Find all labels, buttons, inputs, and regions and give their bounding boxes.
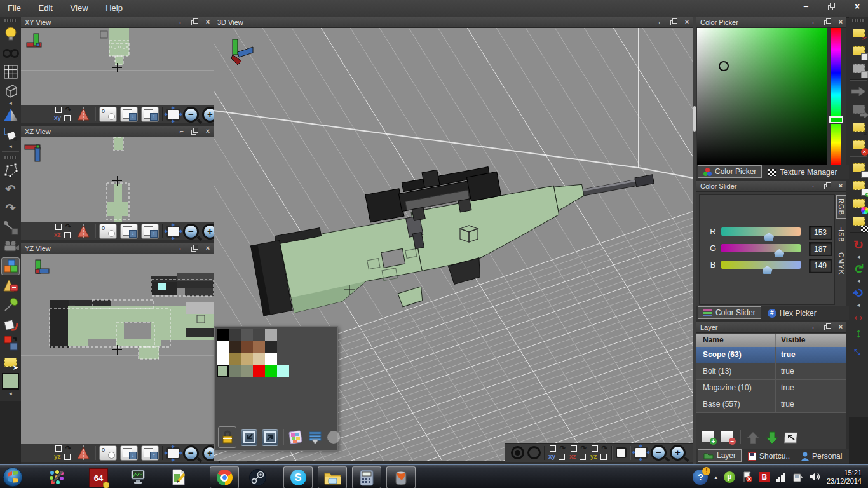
collapse-arrow[interactable]: ◂ (9, 100, 12, 105)
tray-expand-icon[interactable]: ▴ (714, 474, 717, 480)
palette-swatch[interactable] (217, 353, 229, 365)
palette-swatch[interactable] (277, 365, 289, 377)
palette-swatch[interactable] (253, 329, 265, 341)
restore-button[interactable] (828, 3, 835, 10)
tray-bitdefender-icon[interactable]: B (759, 472, 770, 482)
lighting-button[interactable] (2, 25, 19, 42)
taskbar-cheatengine-icon[interactable]: 64 (89, 468, 108, 487)
collapse-arrow[interactable]: ◂ (9, 391, 12, 396)
tab-hsb[interactable]: HSB (837, 224, 846, 245)
taskbar-steam-icon[interactable] (249, 469, 266, 485)
taskbar-paintnet-icon[interactable] (48, 469, 65, 485)
close-panel-icon[interactable]: × (837, 323, 844, 331)
layer-up-button[interactable]: ↑ (141, 107, 159, 122)
xy-swap-button[interactable]: ↷ xy (548, 445, 566, 461)
detach-panel-icon[interactable] (824, 182, 831, 189)
tray-network-icon[interactable] (776, 473, 787, 482)
fill-mode-button[interactable] (2, 126, 19, 142)
blue-value[interactable]: 149 (809, 259, 832, 273)
layer-up-button[interactable]: ↑ (141, 224, 159, 239)
move-layer-up-button[interactable] (746, 431, 761, 444)
duplicate-selection-button[interactable] (850, 102, 867, 117)
pin-panel-icon[interactable]: ⌐ (178, 244, 186, 252)
erase-tool-button[interactable] (2, 278, 19, 294)
perspective-button[interactable] (511, 446, 524, 459)
center-view-button[interactable] (166, 447, 180, 459)
start-button[interactable] (3, 467, 23, 487)
layer-zero-button[interactable]: 0 (99, 107, 117, 122)
add-layer-button[interactable]: + (700, 431, 715, 444)
layer-row-scope[interactable]: Scope (63) true (696, 347, 846, 363)
palette-swatch[interactable] (253, 353, 265, 365)
yz-swap-button[interactable]: ↷ yz (590, 445, 608, 461)
palette-swatch[interactable] (265, 365, 277, 377)
detach-panel-icon[interactable] (191, 245, 198, 252)
rotate-view-button[interactable] (75, 445, 92, 461)
lock-palette-button[interactable] (218, 426, 236, 448)
detach-panel-icon[interactable] (824, 323, 831, 330)
tray-actioncenter-icon[interactable] (742, 471, 753, 483)
close-panel-icon[interactable]: × (683, 18, 691, 26)
palette-swatch[interactable] (241, 365, 253, 377)
menu-edit[interactable]: Edit (31, 0, 60, 16)
xy-view-header[interactable]: XY View ⌐ × (21, 17, 214, 28)
pin-panel-icon[interactable]: ⌐ (811, 18, 818, 26)
color-slider-header[interactable]: Color Slider ⌐ × (696, 181, 846, 192)
rotate-y-button[interactable]: ↻ (850, 261, 867, 278)
recolor-selection-button[interactable] (850, 196, 867, 211)
bounding-box-button[interactable] (616, 447, 627, 458)
sort-palette-button[interactable] (308, 430, 322, 444)
taskbar-calculator-button[interactable] (352, 466, 381, 488)
xz-swap-button[interactable]: ↷ xz (54, 224, 72, 239)
layer-row-base[interactable]: Base (557) true (696, 396, 846, 413)
xy-view-canvas[interactable] (21, 28, 214, 105)
palette-swatch[interactable] (241, 353, 253, 365)
toolbar-grip[interactable] (4, 156, 17, 159)
flip-x-arrow[interactable]: ◂ (857, 254, 860, 259)
deselect-button[interactable]: × (850, 119, 867, 135)
shading-button[interactable] (2, 107, 19, 123)
red-slider-thumb[interactable] (764, 233, 774, 241)
layer-down-button[interactable]: ↓ (120, 445, 138, 461)
pin-panel-icon[interactable]: ⌐ (178, 127, 186, 135)
green-slider-thumb[interactable] (774, 249, 784, 257)
current-color-swatch[interactable] (2, 373, 19, 390)
swap-colors-button[interactable] (2, 335, 19, 351)
taskbar-voxeleditor-button[interactable] (386, 466, 416, 488)
menu-help[interactable]: Help (98, 0, 130, 16)
tab-layer[interactable]: Layer (698, 449, 742, 462)
tab-shortcut-manager[interactable]: Shortcu.. (743, 451, 795, 462)
texture-selection-button[interactable] (850, 214, 867, 229)
fill-selection-button[interactable] (850, 160, 867, 175)
select-tool-button[interactable]: ➤ (2, 354, 19, 370)
color-picker-header[interactable]: Color Picker ⌐ × (696, 17, 846, 28)
layer-visible[interactable]: true (776, 396, 794, 412)
paste-selection-button[interactable] (850, 61, 867, 76)
collapse-arrow[interactable]: ◂ (9, 144, 12, 149)
remove-layer-button[interactable]: − (719, 431, 735, 444)
palette-swatch[interactable] (241, 341, 253, 353)
zoom-out-button[interactable]: − (651, 445, 667, 461)
delete-selection-button[interactable]: × (850, 137, 867, 152)
import-palette-button[interactable] (241, 429, 257, 446)
redo-button[interactable]: ↷ (2, 200, 19, 217)
layer-zero-button[interactable]: 0 (99, 224, 117, 239)
toolbar-grip[interactable] (4, 19, 17, 22)
detach-panel-icon[interactable] (191, 18, 198, 25)
bone-tool-button[interactable] (2, 219, 19, 236)
tab-color-slider[interactable]: Color Slider (698, 306, 761, 319)
zoom-out-button[interactable]: − (183, 224, 199, 240)
layer-row-bolt[interactable]: Bolt (13) true (696, 363, 846, 380)
rotate-view-button[interactable] (75, 224, 92, 239)
tab-cmyk[interactable]: CMYK (837, 250, 846, 278)
grid-toggle-button[interactable] (2, 64, 19, 80)
undo-button[interactable]: ↶ (2, 181, 19, 198)
tray-utorrent-icon[interactable]: µ (724, 471, 735, 483)
menu-view[interactable]: View (63, 0, 96, 16)
rotate-z-button[interactable]: ↻ (846, 281, 868, 304)
tray-clock[interactable]: 15:21 23/12/2014 (827, 469, 862, 485)
export-palette-button[interactable] (262, 429, 278, 446)
xz-swap-button[interactable]: ↷ xz (569, 445, 587, 461)
flood-fill-tool-button[interactable] (2, 316, 19, 332)
wireframe-toggle-button[interactable] (2, 83, 19, 99)
